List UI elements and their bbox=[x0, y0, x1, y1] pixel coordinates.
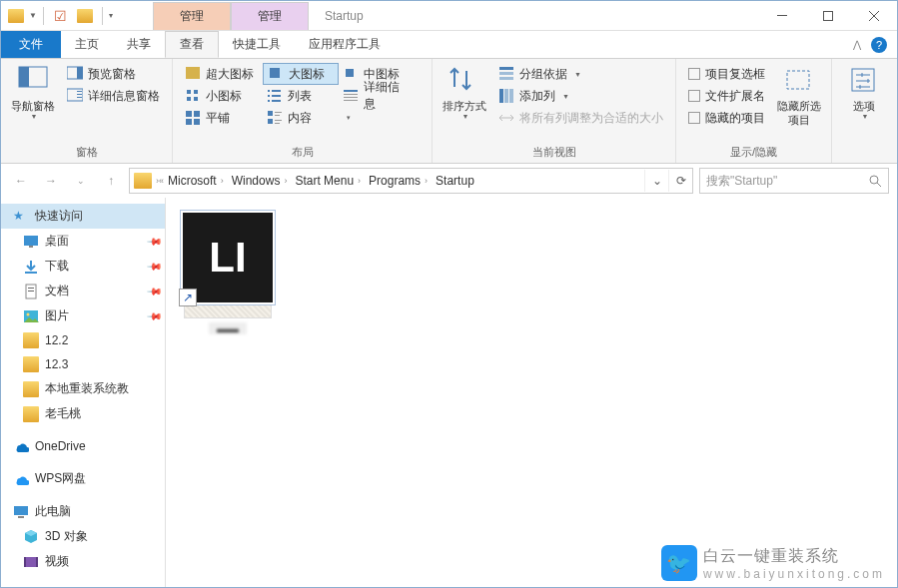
chevron-down-icon[interactable]: ▼ bbox=[29, 11, 37, 20]
tab-share[interactable]: 共享 bbox=[113, 31, 165, 58]
svg-rect-35 bbox=[275, 120, 282, 121]
search-icon bbox=[868, 174, 882, 188]
content-button[interactable]: 内容 bbox=[263, 107, 339, 129]
extra-large-icons-button[interactable]: 超大图标 bbox=[181, 63, 263, 85]
window-controls bbox=[759, 1, 897, 31]
sidebar-desktop[interactable]: 桌面📌 bbox=[1, 229, 165, 254]
tab-manage-app[interactable]: 管理 bbox=[231, 2, 309, 30]
dropdown-button[interactable]: ⌄ bbox=[644, 170, 668, 192]
hide-icon bbox=[783, 65, 815, 97]
svg-rect-29 bbox=[186, 119, 192, 125]
file-list[interactable]: LI ↗ ▬▬ 🐦 白云一键重装系统 www.baiyunxitong.com bbox=[166, 198, 897, 587]
hide-selected-button[interactable]: 隐藏所选项目 bbox=[775, 63, 823, 127]
tab-shortcut-tools[interactable]: 快捷工具 bbox=[219, 31, 295, 58]
collapse-ribbon-icon[interactable]: ⋀ bbox=[853, 39, 861, 50]
tab-app-tools[interactable]: 应用程序工具 bbox=[295, 31, 395, 58]
svg-rect-43 bbox=[787, 71, 809, 89]
help-icon[interactable]: ? bbox=[871, 37, 887, 53]
file-tab[interactable]: 文件 bbox=[1, 31, 61, 58]
search-input[interactable]: 搜索"Startup" bbox=[699, 168, 889, 194]
video-icon bbox=[23, 554, 39, 570]
sidebar-3d-objects[interactable]: 3D 对象 bbox=[1, 524, 165, 549]
svg-rect-17 bbox=[268, 90, 270, 92]
sidebar-folder[interactable]: 老毛桃 bbox=[1, 401, 165, 426]
sidebar-onedrive[interactable]: OneDrive bbox=[1, 434, 165, 458]
svg-rect-1 bbox=[824, 11, 833, 20]
folder-icon bbox=[23, 381, 39, 397]
chevron-right-icon: › bbox=[358, 176, 361, 186]
size-columns-button[interactable]: 将所有列调整为合适的大小 bbox=[494, 107, 667, 129]
svg-rect-5 bbox=[77, 67, 83, 79]
breadcrumb-item[interactable]: Microsoft› bbox=[164, 174, 228, 188]
address-bar[interactable]: › « Microsoft› Windows› Start Menu› Prog… bbox=[129, 168, 693, 194]
maximize-button[interactable] bbox=[805, 1, 851, 31]
folder-icon[interactable] bbox=[5, 5, 27, 27]
address-row: ← → ⌄ ↑ › « Microsoft› Windows› Start Me… bbox=[1, 164, 897, 198]
svg-rect-32 bbox=[275, 112, 282, 113]
recent-button[interactable]: ⌄ bbox=[69, 169, 93, 193]
forward-button[interactable]: → bbox=[39, 169, 63, 193]
sidebar-quick-access[interactable]: ★快速访问 bbox=[1, 204, 165, 229]
preview-pane-icon bbox=[67, 66, 83, 82]
sidebar-this-pc[interactable]: 此电脑 bbox=[1, 499, 165, 524]
list-button[interactable]: 列表 bbox=[263, 85, 339, 107]
back-button[interactable]: ← bbox=[9, 169, 33, 193]
svg-rect-3 bbox=[19, 67, 29, 87]
chevron-down-icon[interactable]: ▾ bbox=[109, 11, 113, 20]
svg-rect-40 bbox=[499, 89, 503, 103]
sort-by-button[interactable]: 排序方式 ▼ bbox=[441, 63, 488, 120]
sidebar-downloads[interactable]: 下载📌 bbox=[1, 254, 165, 279]
svg-rect-18 bbox=[272, 90, 281, 92]
details-pane-button[interactable]: 详细信息窗格 bbox=[63, 85, 164, 107]
svg-rect-7 bbox=[77, 91, 82, 92]
current-view-group: 排序方式 ▼ 分组依据▼ 添加列▼ 将所有列调整为合适的大小 当前视图 bbox=[433, 59, 676, 163]
item-checkbox-toggle[interactable]: 项目复选框 bbox=[684, 63, 769, 85]
refresh-button[interactable]: ⟳ bbox=[668, 170, 692, 192]
group-by-button[interactable]: 分组依据▼ bbox=[494, 63, 667, 85]
tab-home[interactable]: 主页 bbox=[61, 31, 113, 58]
navigation-sidebar: ★快速访问 桌面📌 下载📌 文档📌 图片📌 12.2 12.3 本地重装系统教 … bbox=[1, 198, 166, 587]
sidebar-pictures[interactable]: 图片📌 bbox=[1, 303, 165, 328]
svg-rect-56 bbox=[24, 557, 38, 567]
minimize-button[interactable] bbox=[759, 1, 805, 31]
pin-icon: 📌 bbox=[147, 233, 163, 249]
svg-rect-13 bbox=[187, 90, 191, 94]
svg-rect-50 bbox=[28, 288, 34, 289]
sidebar-folder[interactable]: 本地重装系统教 bbox=[1, 376, 165, 401]
folder-icon[interactable] bbox=[74, 5, 96, 27]
breadcrumb-item[interactable]: Startup bbox=[432, 174, 478, 188]
sidebar-folder[interactable]: 12.3 bbox=[1, 352, 165, 376]
details-button[interactable]: 详细信息 bbox=[339, 85, 415, 107]
tab-manage-shortcut[interactable]: 管理 bbox=[153, 2, 231, 30]
up-button[interactable]: ↑ bbox=[99, 169, 123, 193]
svg-rect-37 bbox=[499, 67, 513, 70]
close-button[interactable] bbox=[851, 1, 897, 31]
download-icon bbox=[23, 259, 39, 275]
properties-icon[interactable]: ☑ bbox=[50, 5, 72, 27]
file-ext-toggle[interactable]: 文件扩展名 bbox=[684, 85, 769, 107]
options-button[interactable]: 选项 ▼ bbox=[840, 63, 888, 120]
sidebar-videos[interactable]: 视频 bbox=[1, 549, 165, 574]
quick-access-toolbar: ▼ ☑ ▾ bbox=[1, 5, 113, 27]
sidebar-folder[interactable]: 12.2 bbox=[1, 328, 165, 352]
folder-icon bbox=[23, 356, 39, 372]
sidebar-documents[interactable]: 文档📌 bbox=[1, 279, 165, 303]
nav-pane-button[interactable]: 导航窗格 ▼ bbox=[9, 63, 57, 120]
layout-more-button[interactable]: ▾ bbox=[339, 107, 357, 129]
tab-view[interactable]: 查看 bbox=[165, 31, 219, 58]
hidden-items-toggle[interactable]: 隐藏的项目 bbox=[684, 107, 769, 129]
breadcrumb-item[interactable]: Windows› bbox=[228, 174, 292, 188]
large-icons-button[interactable]: 大图标 bbox=[263, 63, 339, 85]
svg-rect-0 bbox=[777, 15, 787, 16]
breadcrumb-item[interactable]: Programs› bbox=[365, 174, 432, 188]
svg-rect-9 bbox=[77, 97, 82, 98]
breadcrumb-item[interactable]: Start Menu› bbox=[291, 174, 365, 188]
svg-rect-15 bbox=[187, 97, 191, 101]
small-icons-button[interactable]: 小图标 bbox=[181, 85, 263, 107]
file-item[interactable]: LI ↗ ▬▬ bbox=[178, 210, 278, 334]
preview-pane-button[interactable]: 预览窗格 bbox=[63, 63, 164, 85]
tiles-button[interactable]: 平铺 bbox=[181, 107, 263, 129]
sidebar-wps[interactable]: WPS网盘 bbox=[1, 466, 165, 491]
add-columns-button[interactable]: 添加列▼ bbox=[494, 85, 667, 107]
file-thumbnail: LI ↗ bbox=[180, 210, 276, 305]
